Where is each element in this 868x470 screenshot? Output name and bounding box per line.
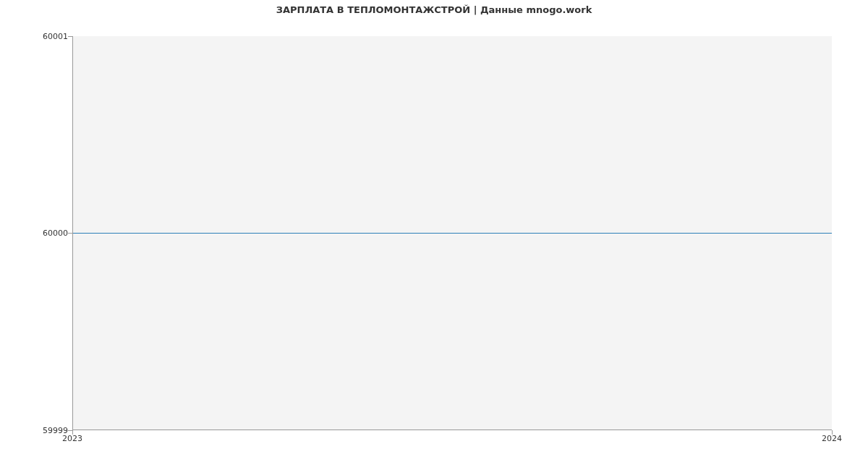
x-tick-mark [72,430,73,435]
data-line [73,233,832,234]
x-tick-mark [832,430,833,435]
x-tick-label: 2024 [822,434,842,443]
x-tick-label: 2023 [62,434,82,443]
y-tick-label: 60001 [3,32,68,41]
plot-area [72,36,832,430]
chart-title: ЗАРПЛАТА В ТЕПЛОМОНТАЖСТРОЙ | Данные mno… [0,4,868,15]
y-tick-label: 59999 [3,426,68,435]
y-tick-label: 60000 [3,228,68,238]
chart-container: ЗАРПЛАТА В ТЕПЛОМОНТАЖСТРОЙ | Данные mno… [0,0,868,470]
